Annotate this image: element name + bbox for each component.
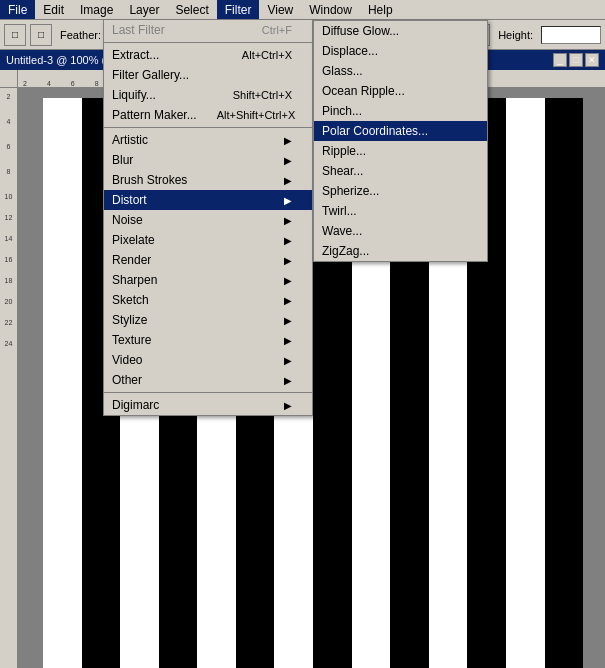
noise-arrow: ▶ bbox=[284, 215, 292, 226]
video-label: Video bbox=[112, 353, 142, 367]
displace-label: Displace... bbox=[322, 44, 378, 58]
blur-item[interactable]: Blur ▶ bbox=[104, 150, 312, 170]
height-input[interactable] bbox=[541, 26, 601, 44]
texture-label: Texture bbox=[112, 333, 151, 347]
wave-item[interactable]: Wave... bbox=[314, 221, 487, 241]
sketch-arrow: ▶ bbox=[284, 295, 292, 306]
zigzag-item[interactable]: ZigZag... bbox=[314, 241, 487, 261]
artistic-arrow: ▶ bbox=[284, 135, 292, 146]
stylize-item[interactable]: Stylize ▶ bbox=[104, 310, 312, 330]
stylize-arrow: ▶ bbox=[284, 315, 292, 326]
other-label: Other bbox=[112, 373, 142, 387]
render-item[interactable]: Render ▶ bbox=[104, 250, 312, 270]
shear-item[interactable]: Shear... bbox=[314, 161, 487, 181]
spherize-item[interactable]: Spherize... bbox=[314, 181, 487, 201]
filter-gallery-item[interactable]: Filter Gallery... bbox=[104, 65, 312, 85]
digimarc-item[interactable]: Digimarc ▶ bbox=[104, 395, 312, 415]
blur-label: Blur bbox=[112, 153, 133, 167]
render-arrow: ▶ bbox=[284, 255, 292, 266]
edit-menu-item[interactable]: Edit bbox=[35, 0, 72, 19]
toolbar-btn-2[interactable]: □ bbox=[30, 24, 52, 46]
last-filter-shortcut: Ctrl+F bbox=[262, 24, 292, 36]
separator-2 bbox=[104, 127, 312, 128]
feather-label: Feather: bbox=[56, 29, 105, 41]
brush-strokes-arrow: ▶ bbox=[284, 175, 292, 186]
extract-label: Extract... bbox=[112, 48, 159, 62]
other-item[interactable]: Other ▶ bbox=[104, 370, 312, 390]
noise-label: Noise bbox=[112, 213, 143, 227]
render-label: Render bbox=[112, 253, 151, 267]
extract-item[interactable]: Extract... Alt+Ctrl+X bbox=[104, 45, 312, 65]
image-menu-item[interactable]: Image bbox=[72, 0, 121, 19]
liquify-shortcut: Shift+Ctrl+X bbox=[233, 89, 292, 101]
polar-coordinates-label: Polar Coordinates... bbox=[322, 124, 428, 138]
twirl-item[interactable]: Twirl... bbox=[314, 201, 487, 221]
displace-item[interactable]: Displace... bbox=[314, 41, 487, 61]
spherize-label: Spherize... bbox=[322, 184, 379, 198]
sharpen-item[interactable]: Sharpen ▶ bbox=[104, 270, 312, 290]
liquify-item[interactable]: Liquify... Shift+Ctrl+X bbox=[104, 85, 312, 105]
layer-menu-item[interactable]: Layer bbox=[121, 0, 167, 19]
minimize-button[interactable]: _ bbox=[553, 53, 567, 67]
noise-item[interactable]: Noise ▶ bbox=[104, 210, 312, 230]
ripple-item[interactable]: Ripple... bbox=[314, 141, 487, 161]
last-filter-item[interactable]: Last Filter Ctrl+F bbox=[104, 20, 312, 40]
distort-label: Distort bbox=[112, 193, 147, 207]
other-arrow: ▶ bbox=[284, 375, 292, 386]
artistic-item[interactable]: Artistic ▶ bbox=[104, 130, 312, 150]
sketch-label: Sketch bbox=[112, 293, 149, 307]
stripe-1 bbox=[43, 98, 82, 668]
liquify-label: Liquify... bbox=[112, 88, 156, 102]
ocean-ripple-item[interactable]: Ocean Ripple... bbox=[314, 81, 487, 101]
shear-label: Shear... bbox=[322, 164, 363, 178]
toolbar-btn-1[interactable]: □ bbox=[4, 24, 26, 46]
digimarc-label: Digimarc bbox=[112, 398, 159, 412]
close-button[interactable]: ✕ bbox=[585, 53, 599, 67]
diffuse-glow-label: Diffuse Glow... bbox=[322, 24, 399, 38]
pixelate-label: Pixelate bbox=[112, 233, 155, 247]
twirl-label: Twirl... bbox=[322, 204, 357, 218]
glass-item[interactable]: Glass... bbox=[314, 61, 487, 81]
view-menu-item[interactable]: View bbox=[259, 0, 301, 19]
height-label: Height: bbox=[494, 29, 537, 41]
brush-strokes-item[interactable]: Brush Strokes ▶ bbox=[104, 170, 312, 190]
video-item[interactable]: Video ▶ bbox=[104, 350, 312, 370]
window-controls: _ □ ✕ bbox=[553, 53, 599, 67]
pinch-item[interactable]: Pinch... bbox=[314, 101, 487, 121]
sketch-item[interactable]: Sketch ▶ bbox=[104, 290, 312, 310]
ripple-label: Ripple... bbox=[322, 144, 366, 158]
distort-submenu: Diffuse Glow... Displace... Glass... Oce… bbox=[313, 20, 488, 262]
pattern-maker-shortcut: Alt+Shift+Ctrl+X bbox=[217, 109, 296, 121]
wave-label: Wave... bbox=[322, 224, 362, 238]
window-menu-item[interactable]: Window bbox=[301, 0, 360, 19]
sharpen-label: Sharpen bbox=[112, 273, 157, 287]
glass-label: Glass... bbox=[322, 64, 363, 78]
pattern-maker-item[interactable]: Pattern Maker... Alt+Shift+Ctrl+X bbox=[104, 105, 312, 125]
blur-arrow: ▶ bbox=[284, 155, 292, 166]
pixelate-arrow: ▶ bbox=[284, 235, 292, 246]
distort-item[interactable]: Distort ▶ bbox=[104, 190, 312, 210]
diffuse-glow-item[interactable]: Diffuse Glow... bbox=[314, 21, 487, 41]
last-filter-label: Last Filter bbox=[112, 23, 165, 37]
file-menu-item[interactable]: File bbox=[0, 0, 35, 19]
pixelate-item[interactable]: Pixelate ▶ bbox=[104, 230, 312, 250]
stylize-label: Stylize bbox=[112, 313, 147, 327]
video-arrow: ▶ bbox=[284, 355, 292, 366]
separator-1 bbox=[104, 42, 312, 43]
polar-coordinates-item[interactable]: Polar Coordinates... bbox=[314, 121, 487, 141]
pattern-maker-label: Pattern Maker... bbox=[112, 108, 197, 122]
select-menu-item[interactable]: Select bbox=[167, 0, 216, 19]
stripe-14 bbox=[545, 98, 584, 668]
separator-3 bbox=[104, 392, 312, 393]
filter-menu-item[interactable]: Filter bbox=[217, 0, 260, 19]
pinch-label: Pinch... bbox=[322, 104, 362, 118]
extract-shortcut: Alt+Ctrl+X bbox=[242, 49, 292, 61]
ruler-vertical: 2 4 6 8 10 12 14 16 18 20 22 24 bbox=[0, 88, 18, 668]
ruler-corner bbox=[0, 70, 18, 88]
sharpen-arrow: ▶ bbox=[284, 275, 292, 286]
maximize-button[interactable]: □ bbox=[569, 53, 583, 67]
filter-dropdown: Last Filter Ctrl+F Extract... Alt+Ctrl+X… bbox=[103, 20, 313, 416]
menu-bar: File Edit Image Layer Select Filter View… bbox=[0, 0, 605, 20]
texture-item[interactable]: Texture ▶ bbox=[104, 330, 312, 350]
help-menu-item[interactable]: Help bbox=[360, 0, 401, 19]
